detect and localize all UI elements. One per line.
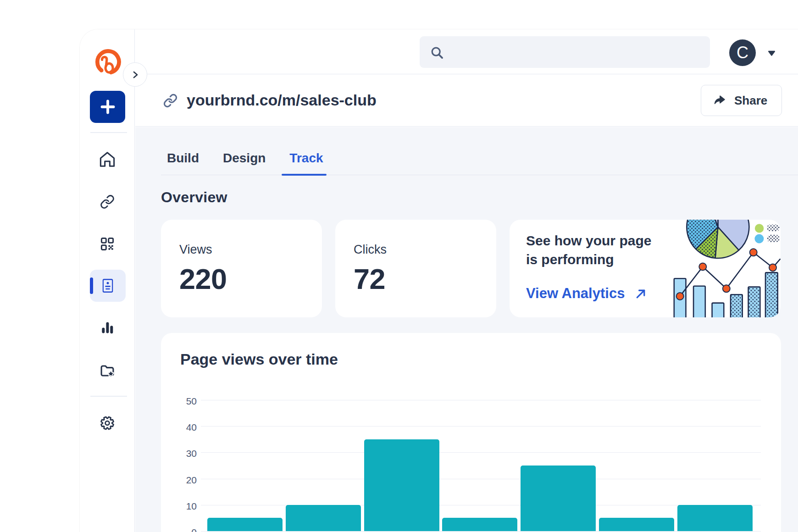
y-axis-label: 0: [169, 527, 197, 532]
view-analytics-link[interactable]: View Analytics: [526, 285, 648, 302]
app-window: C yourbrnd.co/m/sales-club Share Build: [80, 29, 798, 532]
share-button[interactable]: Share: [701, 85, 782, 116]
bar-7: [677, 505, 753, 531]
sidebar-item-campaigns[interactable]: [100, 363, 115, 378]
promo-title: See how your page is performing: [526, 232, 651, 269]
y-axis-label: 30: [169, 448, 197, 459]
legend: [754, 224, 780, 243]
active-indicator: [90, 277, 93, 294]
chart-title: Page views over time: [180, 350, 338, 368]
search-icon: [429, 45, 445, 61]
gear-icon: [100, 415, 115, 432]
promo-title-line2: is performing: [526, 252, 614, 267]
views-value: 220: [179, 262, 304, 295]
sidebar-item-links[interactable]: [100, 194, 115, 210]
chevron-down-icon[interactable]: [768, 50, 776, 56]
views-label: Views: [179, 243, 304, 257]
charts-illustration: [660, 220, 781, 317]
star-shape: [108, 371, 113, 376]
top-bar: C: [135, 29, 798, 74]
qr-code-icon: [100, 236, 115, 252]
bar-1: [207, 518, 283, 531]
pie-chart: [687, 220, 749, 258]
search-input[interactable]: [448, 36, 705, 68]
bar-3: [364, 439, 439, 531]
page-views-chart-card: Page views over time 50403020100: [161, 333, 781, 532]
y-axis-label: 50: [169, 396, 197, 407]
tabs: Build Design Track: [161, 127, 798, 175]
sidebar-expand-button[interactable]: [123, 62, 147, 87]
home-icon: [100, 151, 115, 168]
sidebar-item-settings[interactable]: [100, 415, 115, 431]
views-card: Views 220: [161, 220, 322, 317]
bitly-b-mark: [94, 48, 121, 76]
share-icon: [713, 94, 726, 106]
sidebar-item-pages[interactable]: [90, 270, 126, 302]
avatar-initial: C: [737, 43, 748, 62]
share-label: Share: [734, 94, 767, 108]
chevron-right-icon: [131, 70, 140, 79]
create-new-button[interactable]: [90, 91, 125, 123]
link-icon: [163, 93, 178, 108]
tab-track[interactable]: Track: [289, 151, 323, 175]
page-header: yourbrnd.co/m/sales-club Share: [135, 74, 798, 127]
bitly-logo[interactable]: [94, 48, 121, 76]
sidebar: [80, 29, 135, 532]
stats-row: Views 220 Clicks 72 See how your page is…: [161, 220, 781, 317]
overview-heading: Overview: [161, 189, 227, 206]
clicks-label: Clicks: [354, 243, 478, 257]
plus-icon: [100, 100, 115, 114]
analytics-promo-card: See how your page is performing View Ana…: [510, 220, 781, 317]
search-box[interactable]: [420, 36, 710, 68]
sidebar-item-home[interactable]: [100, 151, 115, 167]
bars: [207, 387, 761, 531]
bar-chart-icon: [102, 322, 113, 334]
bar-chart: 50403020100: [201, 387, 761, 531]
illustration-bars: [674, 272, 778, 317]
promo-title-line1: See how your page: [526, 233, 651, 248]
page-title: yourbrnd.co/m/sales-club: [187, 74, 377, 126]
avatar[interactable]: C: [729, 39, 756, 66]
content-area: Build Design Track Overview Views 220 Cl…: [135, 127, 798, 532]
pages-icon: [103, 279, 113, 293]
bar-2: [286, 505, 361, 531]
gridline: 0: [201, 531, 761, 532]
tab-build[interactable]: Build: [167, 151, 199, 175]
sidebar-item-analytics[interactable]: [100, 320, 115, 336]
y-axis-label: 10: [169, 501, 197, 512]
y-axis-label: 20: [169, 475, 197, 486]
chain-link-icon: [100, 193, 115, 211]
folder-star-icon: [100, 360, 115, 381]
sidebar-divider-top: [90, 132, 127, 133]
tab-design[interactable]: Design: [223, 151, 266, 175]
bar-5: [521, 466, 596, 531]
y-axis-label: 40: [169, 422, 197, 433]
clicks-card: Clicks 72: [335, 220, 496, 317]
clicks-value: 72: [354, 262, 478, 295]
sidebar-item-qr-codes[interactable]: [100, 236, 115, 252]
bar-6: [599, 518, 674, 531]
sidebar-divider-bottom: [90, 396, 127, 397]
main-area: C yourbrnd.co/m/sales-club Share Build: [135, 29, 798, 532]
arrow-up-right-icon: [634, 287, 648, 300]
bar-4: [442, 518, 517, 531]
view-analytics-label: View Analytics: [526, 285, 625, 302]
